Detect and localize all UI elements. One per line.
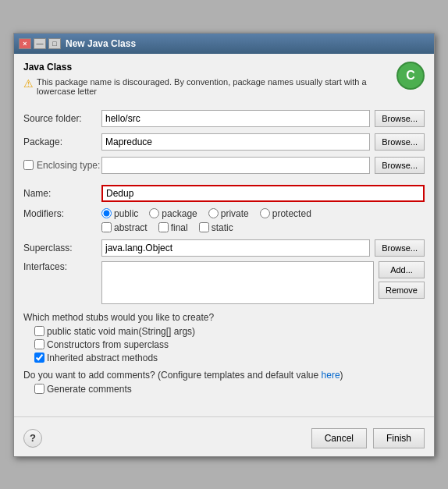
name-input[interactable] [101, 185, 425, 202]
interfaces-remove-button[interactable]: Remove [379, 282, 425, 299]
dialog-title: New Java Class [66, 38, 136, 49]
stub-inherited[interactable]: Inherited abstract methods [34, 353, 425, 363]
modifier-public[interactable]: public [101, 208, 138, 219]
interface-buttons: Add... Remove [379, 261, 425, 304]
help-button[interactable]: ? [23, 429, 42, 448]
name-field-row [101, 185, 425, 202]
maximize-button[interactable]: □ [48, 38, 61, 49]
generate-comments-label: Generate comments [47, 384, 132, 395]
name-row: Name: [23, 185, 425, 202]
dialog-body: Java Class ⚠ This package name is discou… [14, 54, 434, 410]
enclosing-type-browse-button[interactable]: Browse... [375, 157, 425, 174]
warning-icon: ⚠ [23, 78, 34, 89]
stub-constructors-checkbox[interactable] [34, 339, 44, 349]
modifier-private-radio[interactable] [208, 208, 219, 218]
enclosing-type-row: Enclosing type: Browse... [23, 157, 425, 174]
package-row: Package: Browse... [23, 133, 425, 151]
superclass-field-row: Browse... [101, 239, 425, 257]
superclass-row: Superclass: Browse... [23, 239, 425, 257]
section-header: Java Class [23, 62, 396, 73]
title-bar-left: × — □ New Java Class [19, 38, 136, 49]
name-label: Name: [23, 188, 101, 199]
comments-question-text: Do you want to add comments? (Configure … [23, 370, 322, 381]
stub-main-label: public static void main(String[] args) [47, 326, 195, 337]
footer-buttons: Cancel Finish [311, 428, 425, 448]
top-section: Java Class ⚠ This package name is discou… [23, 62, 425, 104]
package-field-row: Browse... [101, 133, 425, 151]
superclass-input[interactable] [101, 239, 370, 257]
interface-list [101, 261, 374, 304]
java-icon: C [396, 62, 425, 90]
modifiers-content: public package private protected abstrac… [101, 208, 425, 233]
modifier-package-radio[interactable] [149, 208, 159, 218]
enclosing-type-label: Enclosing type: [37, 160, 100, 171]
stubs-question: Which method stubs would you like to cre… [23, 312, 425, 323]
stub-constructors[interactable]: Constructors from superclass [34, 339, 425, 350]
modifier-abstract[interactable]: abstract [101, 222, 148, 233]
top-left: Java Class ⚠ This package name is discou… [23, 62, 396, 104]
modifier-abstract-checkbox[interactable] [101, 222, 112, 232]
modifier-final-checkbox[interactable] [158, 222, 169, 232]
modifier-protected[interactable]: protected [260, 208, 311, 219]
finish-button[interactable]: Finish [373, 428, 425, 448]
minimize-button[interactable]: — [34, 38, 46, 49]
enclosing-type-field-row: Browse... [101, 157, 425, 174]
superclass-label: Superclass: [23, 243, 101, 253]
source-folder-label: Source folder: [23, 113, 101, 124]
enclosing-type-input[interactable] [101, 157, 370, 174]
modifiers-row: Modifiers: public package private protec… [23, 208, 425, 233]
title-bar-buttons: × — □ [19, 38, 61, 49]
stub-constructors-label: Constructors from superclass [47, 339, 169, 350]
interfaces-label: Interfaces: [23, 261, 101, 304]
footer-divider [14, 416, 434, 417]
package-input[interactable] [101, 133, 370, 151]
generate-comments-option[interactable]: Generate comments [34, 384, 425, 395]
stubs-section: Which method stubs would you like to cre… [23, 312, 425, 363]
source-folder-browse-button[interactable]: Browse... [375, 110, 425, 127]
modifiers-check-row: abstract final static [101, 222, 425, 233]
source-folder-input[interactable] [101, 110, 370, 127]
footer: ? Cancel Finish [14, 423, 434, 456]
modifier-static[interactable]: static [199, 222, 233, 233]
modifier-private[interactable]: private [208, 208, 249, 219]
title-bar: × — □ New Java Class [14, 34, 434, 54]
modifier-public-radio[interactable] [101, 208, 112, 218]
interfaces-right: Add... Remove [101, 261, 425, 304]
cancel-button[interactable]: Cancel [311, 428, 367, 448]
warning-text: This package name is discouraged. By con… [37, 77, 396, 96]
comments-options: Generate comments [34, 384, 425, 395]
stub-main-method[interactable]: public static void main(String[] args) [34, 326, 425, 337]
interfaces-add-button[interactable]: Add... [379, 261, 425, 278]
modifier-package[interactable]: package [149, 208, 197, 219]
generate-comments-checkbox[interactable] [34, 384, 44, 394]
source-folder-field-row: Browse... [101, 110, 425, 127]
warning-line: ⚠ This package name is discouraged. By c… [23, 77, 396, 96]
package-browse-button[interactable]: Browse... [375, 133, 425, 151]
interfaces-row: Interfaces: Add... Remove [23, 261, 425, 304]
close-button[interactable]: × [19, 38, 31, 49]
dialog-new-java-class: × — □ New Java Class Java Class ⚠ This p… [13, 33, 435, 457]
stub-inherited-label: Inherited abstract methods [47, 353, 158, 363]
superclass-browse-button[interactable]: Browse... [375, 239, 425, 257]
modifier-protected-radio[interactable] [260, 208, 270, 218]
modifier-static-checkbox[interactable] [199, 222, 209, 232]
comments-question: Do you want to add comments? (Configure … [23, 370, 425, 381]
modifiers-label: Modifiers: [23, 208, 101, 233]
stub-inherited-checkbox[interactable] [34, 353, 44, 363]
comments-section: Do you want to add comments? (Configure … [23, 370, 425, 395]
source-folder-row: Source folder: Browse... [23, 110, 425, 127]
modifiers-radio-row: public package private protected [101, 208, 425, 219]
package-label: Package: [23, 136, 101, 147]
enclosing-type-checkbox-row: Enclosing type: [23, 160, 101, 171]
stub-main-checkbox[interactable] [34, 326, 44, 336]
comments-question-end: ) [340, 370, 343, 381]
comments-link[interactable]: here [322, 370, 340, 381]
modifier-final[interactable]: final [158, 222, 188, 233]
stubs-options: public static void main(String[] args) C… [34, 326, 425, 363]
enclosing-type-checkbox[interactable] [23, 160, 34, 170]
